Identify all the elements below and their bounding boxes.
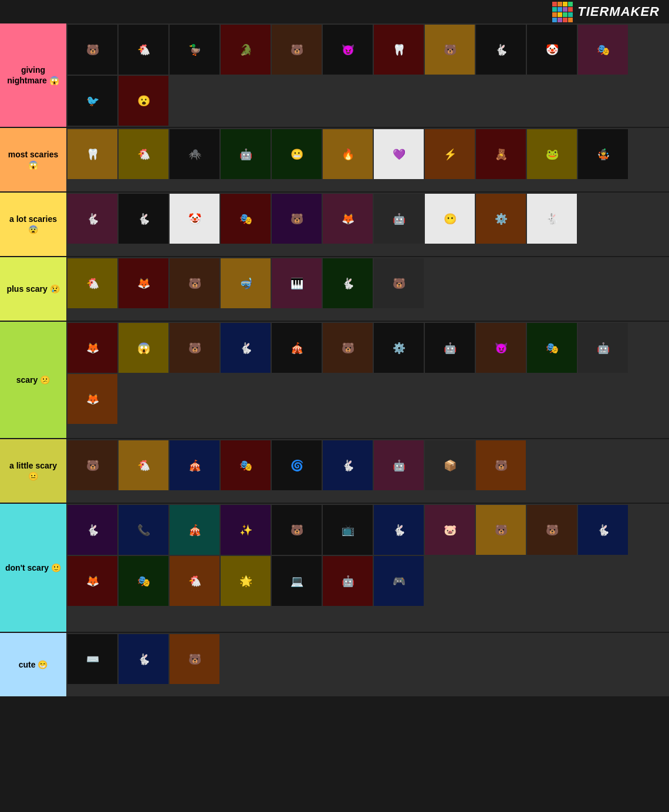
list-item: 🐻	[425, 25, 475, 75]
list-item: 📞	[119, 505, 168, 555]
list-item: 🐔	[119, 129, 168, 179]
logo-text: TiERMAKER	[577, 4, 660, 19]
tier-row-alotscaries: a lot scaries 😨 🐇 🐇 🤡 🎭 🐻 🦊 🤖 😶 ⚙️ 🐇	[0, 193, 669, 257]
tier-items-nightmare: 🐻 🐔 🦆 🐊 🐻 😈 🦷 🐻 🐇 🤡 🎭 🐦 😮	[66, 23, 669, 127]
list-item: 🦷	[374, 25, 424, 75]
list-item: 🐇	[323, 258, 373, 308]
logo-cell	[563, 7, 567, 12]
logo-cell	[568, 18, 573, 22]
list-item: 🎪	[170, 505, 219, 555]
list-item: 📺	[323, 505, 373, 555]
list-item: 🤡	[527, 25, 577, 75]
list-item: 🐇	[578, 505, 628, 555]
tier-items-alittlescary: 🐻 🐔 🎪 🎭 🌀 🐇 🤖 📦 🐻	[66, 439, 669, 503]
logo-cell	[558, 2, 562, 6]
logo-cell	[552, 18, 557, 22]
list-item: 😱	[119, 323, 168, 373]
list-item: ✨	[221, 505, 271, 555]
list-item: 🎭	[221, 440, 271, 490]
list-item: 🤖	[374, 194, 424, 244]
tier-items-plusscary: 🐔 🦊 🐻 🤿 🎹 🐇 🐻	[66, 257, 669, 321]
list-item: 🎪	[272, 323, 322, 373]
list-item: 🦊	[67, 556, 117, 606]
list-item: 🐷	[425, 505, 475, 555]
logo-cell	[552, 2, 557, 6]
list-item: 🐇	[67, 194, 117, 244]
list-item: 📦	[425, 440, 475, 490]
list-item: 💻	[272, 556, 322, 606]
logo-grid-icon	[552, 2, 573, 22]
tiermaker-logo: TiERMAKER	[552, 2, 660, 22]
list-item: 🐔	[119, 25, 168, 75]
logo-cell	[558, 12, 562, 17]
list-item: 🎭	[119, 556, 168, 606]
list-item: 🦊	[323, 194, 373, 244]
logo-cell	[568, 2, 573, 6]
tier-row-mostscaries: most scaries 😱 🦷 🐔 🕷️ 🤖 😬 🔥 💜 ⚡ 🧸 🐸 🤹	[0, 128, 669, 193]
list-item: 🐇	[221, 323, 271, 373]
list-item: 😈	[323, 25, 373, 75]
list-item: 🎪	[170, 440, 219, 490]
list-item: 🐔	[67, 258, 117, 308]
list-item: 🎭	[221, 194, 271, 244]
list-item: 🐇	[374, 505, 424, 555]
logo-cell	[558, 18, 562, 22]
tier-row-alittlescary: a little scary 😐 🐻 🐔 🎪 🎭 🌀 🐇 🤖 📦 🐻	[0, 439, 669, 504]
logo-cell	[552, 12, 557, 17]
tier-row-scary: scary 😕 🦊 😱 🐻 🐇 🎪 🐻 ⚙️ 🤖 😈 🎭 🤖 🦊	[0, 322, 669, 439]
logo-cell	[568, 12, 573, 17]
list-item: 🐇	[527, 194, 577, 244]
list-item: 🤿	[221, 258, 271, 308]
list-item: 🐇	[323, 440, 373, 490]
list-item: 🐻	[67, 440, 117, 490]
tier-label-dontscary: don't scary 🙂	[0, 504, 66, 632]
list-item: 🎹	[272, 258, 322, 308]
list-item: 🐇	[67, 505, 117, 555]
tier-label-cute: cute 😁	[0, 633, 66, 696]
list-item: 🐻	[476, 440, 526, 490]
list-item: 😈	[476, 323, 526, 373]
logo-cell	[552, 7, 557, 12]
tier-row-cute: cute 😁 ⌨️ 🐇 🐻	[0, 633, 669, 698]
list-item: 🤖	[578, 323, 628, 373]
list-item: 🦊	[67, 374, 117, 424]
tier-row-plusscary: plus scary 😢 🐔 🦊 🐻 🤿 🎹 🐇 🐻	[0, 257, 669, 322]
list-item: 🐻	[476, 505, 526, 555]
list-item: 🤖	[323, 556, 373, 606]
list-item: 🔥	[323, 129, 373, 179]
list-item: 🦆	[170, 25, 219, 75]
tier-label-mostscaries: most scaries 😱	[0, 128, 66, 191]
list-item: 🎭	[578, 25, 628, 75]
list-item: 😮	[119, 76, 168, 126]
list-item: 🐻	[527, 505, 577, 555]
logo-cell	[563, 18, 567, 22]
tier-items-scary: 🦊 😱 🐻 🐇 🎪 🐻 ⚙️ 🤖 😈 🎭 🤖 🦊	[66, 322, 669, 438]
list-item: 🐻	[170, 323, 219, 373]
list-item: 🐇	[119, 194, 168, 244]
logo-cell	[563, 2, 567, 6]
tier-row-nightmare: giving nightmare 😱 🐻 🐔 🦆 🐊 🐻 😈 🦷 🐻 🐇 🤡 🎭…	[0, 23, 669, 128]
tier-label-alittlescary: a little scary 😐	[0, 439, 66, 503]
logo-cell	[563, 12, 567, 17]
list-item: 🦷	[67, 129, 117, 179]
list-item: ⚙️	[476, 194, 526, 244]
list-item: 🐻	[170, 634, 219, 684]
list-item: 🎭	[527, 323, 577, 373]
list-item: 🤡	[170, 194, 219, 244]
list-item: 🐻	[272, 505, 322, 555]
list-item: 🎮	[374, 556, 424, 606]
list-item: 😶	[425, 194, 475, 244]
list-item: 🤖	[374, 440, 424, 490]
list-item: 🐊	[221, 25, 271, 75]
list-item: 🐸	[527, 129, 577, 179]
tier-items-alotscaries: 🐇 🐇 🤡 🎭 🐻 🦊 🤖 😶 ⚙️ 🐇	[66, 193, 669, 256]
list-item: 🐔	[119, 440, 168, 490]
list-item: 🤖	[425, 323, 475, 373]
logo-cell	[558, 7, 562, 12]
list-item: 🐻	[67, 25, 117, 75]
list-item: 🐻	[170, 258, 219, 308]
tier-items-mostscaries: 🦷 🐔 🕷️ 🤖 😬 🔥 💜 ⚡ 🧸 🐸 🤹	[66, 128, 669, 191]
list-item: 🐦	[67, 76, 117, 126]
list-item: ⚙️	[374, 323, 424, 373]
list-item: 🌟	[221, 556, 271, 606]
